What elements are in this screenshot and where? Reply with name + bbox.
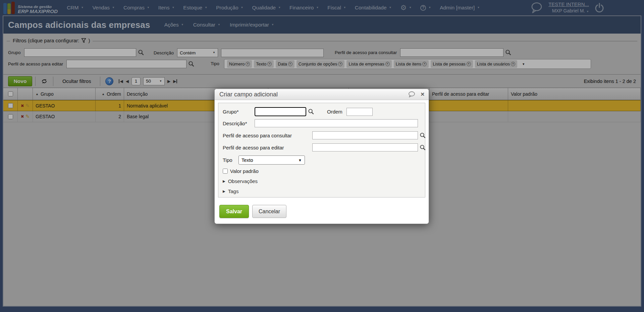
tipo-label: Tipo bbox=[223, 157, 238, 163]
field-tipo: Tipo Texto ▼ bbox=[223, 155, 305, 165]
app-screen: Sistema de gestão ERP MAXIPROD CRM▼ Vend… bbox=[0, 0, 644, 312]
field-descricao: Descrição* bbox=[223, 119, 418, 127]
modal-header[interactable]: Criar campo adicional ✕ bbox=[215, 89, 429, 100]
close-icon[interactable]: ✕ bbox=[420, 91, 425, 97]
ordem-input[interactable] bbox=[346, 108, 373, 116]
criar-campo-modal: Criar campo adicional ✕ Grupo* Ordem bbox=[214, 89, 429, 224]
tags-label: Tags bbox=[228, 188, 239, 194]
valor-padrao-checkbox[interactable] bbox=[223, 169, 228, 174]
modal-footer: Salvar Cancelar bbox=[215, 200, 429, 218]
ordem-label: Ordem bbox=[327, 109, 342, 115]
grupo-label: Grupo* bbox=[223, 109, 255, 115]
salvar-button[interactable]: Salvar bbox=[219, 205, 249, 218]
observacoes-label: Observações bbox=[228, 178, 258, 184]
modal-header-icons: ✕ bbox=[408, 91, 425, 98]
search-icon[interactable] bbox=[308, 108, 314, 115]
tipo-select[interactable]: Texto ▼ bbox=[238, 155, 305, 165]
valor-padrao-label: Valor padrão bbox=[230, 168, 259, 174]
perfil-consultar-input[interactable] bbox=[312, 131, 418, 139]
chevron-down-icon: ▼ bbox=[298, 158, 302, 162]
tags-disclosure[interactable]: ▶ Tags bbox=[223, 188, 238, 194]
search-icon[interactable] bbox=[420, 132, 426, 139]
field-perfil-editar: Perfil de acesso para editar bbox=[223, 143, 426, 151]
observacoes-disclosure[interactable]: ▶ Observações bbox=[223, 178, 258, 184]
perfil-editar-label: Perfil de acesso para editar bbox=[223, 145, 312, 150]
descricao-input[interactable] bbox=[255, 119, 418, 127]
disclosure-triangle-icon: ▶ bbox=[223, 179, 225, 183]
field-grupo: Grupo* Ordem bbox=[223, 107, 373, 116]
grupo-input[interactable] bbox=[255, 107, 306, 116]
search-icon[interactable] bbox=[420, 144, 426, 151]
cancelar-button[interactable]: Cancelar bbox=[252, 205, 286, 218]
modal-title: Criar campo adicional bbox=[219, 91, 278, 98]
modal-body: Grupo* Ordem Descrição* Perfil de acesso… bbox=[218, 103, 425, 197]
disclosure-triangle-icon: ▶ bbox=[223, 189, 225, 193]
chat-bubble-icon[interactable] bbox=[408, 91, 416, 98]
perfil-consultar-label: Perfil de acesso para consultar bbox=[223, 133, 312, 138]
perfil-editar-input[interactable] bbox=[312, 143, 418, 151]
descricao-label: Descrição* bbox=[223, 121, 255, 126]
field-valor-padrao: Valor padrão bbox=[223, 168, 259, 174]
field-perfil-consultar: Perfil de acesso para consultar bbox=[223, 131, 426, 139]
